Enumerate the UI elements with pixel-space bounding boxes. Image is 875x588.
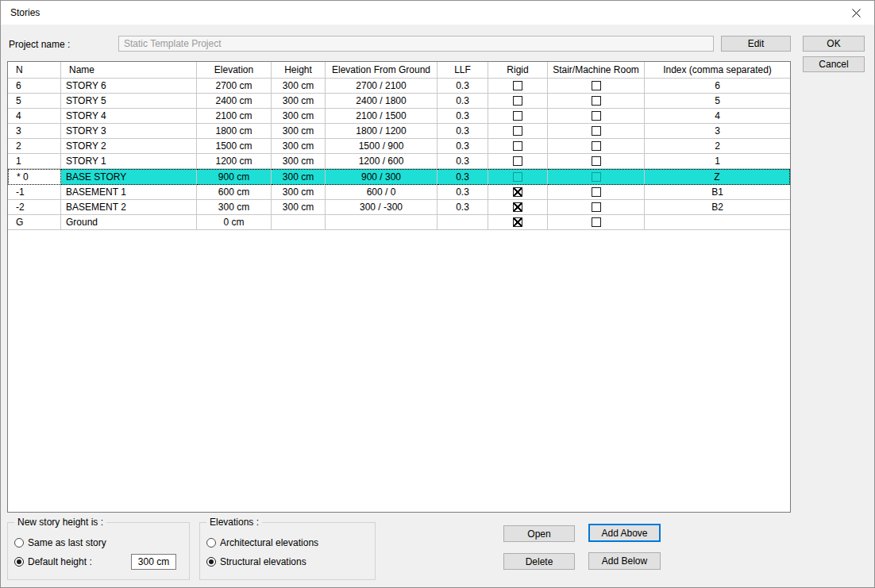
cell-index[interactable]: Z <box>645 169 790 185</box>
cell-height[interactable]: 300 cm <box>272 139 326 154</box>
cell-elevation-from-ground[interactable]: 2400 / 1800 <box>326 94 438 109</box>
radio-icon[interactable] <box>206 557 216 567</box>
cell-elevation[interactable]: 600 cm <box>197 185 272 200</box>
cell-name[interactable]: BASEMENT 2 <box>61 200 197 215</box>
cell-name[interactable]: BASE STORY <box>61 169 197 185</box>
cell-n[interactable]: * 0 <box>8 169 61 185</box>
cell-elevation-from-ground[interactable]: 1800 / 1200 <box>326 124 438 139</box>
delete-button[interactable]: Delete <box>503 553 575 570</box>
cell-llf[interactable]: 0.3 <box>438 124 488 139</box>
cell-elevation-from-ground[interactable]: 600 / 0 <box>326 185 438 200</box>
cell-index[interactable]: 5 <box>645 94 790 109</box>
rigid-checkbox[interactable] <box>513 202 522 212</box>
cell-height[interactable]: 300 cm <box>272 200 326 215</box>
cell-llf[interactable]: 0.3 <box>438 169 488 185</box>
cell-height[interactable]: 300 cm <box>272 154 326 169</box>
cell-llf[interactable]: 0.3 <box>438 139 488 154</box>
table-row[interactable]: 2STORY 21500 cm300 cm1500 / 9000.32 <box>8 139 790 154</box>
edit-button[interactable]: Edit <box>721 36 791 52</box>
rigid-checkbox[interactable] <box>513 81 522 90</box>
rigid-checkbox[interactable] <box>513 126 522 136</box>
ok-button[interactable]: OK <box>803 36 865 52</box>
stair-machine-room-checkbox[interactable] <box>592 156 601 166</box>
cell-index[interactable]: 6 <box>645 79 790 94</box>
cell-llf[interactable]: 0.3 <box>438 200 488 215</box>
cell-n[interactable]: 4 <box>8 109 61 124</box>
cell-index[interactable]: 1 <box>645 154 790 169</box>
cell-index[interactable] <box>645 215 790 230</box>
add-above-button[interactable]: Add Above <box>588 524 661 542</box>
table-row[interactable]: 1STORY 11200 cm300 cm1200 / 6000.31 <box>8 154 790 169</box>
add-below-button[interactable]: Add Below <box>588 552 661 570</box>
stair-machine-room-checkbox[interactable] <box>592 202 601 212</box>
cell-elevation[interactable]: 2100 cm <box>197 109 272 124</box>
table-row[interactable]: 6STORY 62700 cm300 cm2700 / 21000.36 <box>8 79 790 94</box>
stair-machine-room-checkbox[interactable] <box>592 126 601 136</box>
cell-index[interactable]: B2 <box>645 200 790 215</box>
cell-elevation[interactable]: 2400 cm <box>197 94 272 109</box>
cell-index[interactable]: 2 <box>645 139 790 154</box>
cell-elevation-from-ground[interactable]: 1200 / 600 <box>326 154 438 169</box>
cell-elevation[interactable]: 300 cm <box>197 200 272 215</box>
cell-elevation-from-ground[interactable]: 300 / -300 <box>326 200 438 215</box>
stair-machine-room-checkbox[interactable] <box>592 187 601 197</box>
cell-elevation-from-ground[interactable]: 2700 / 2100 <box>326 79 438 94</box>
table-row[interactable]: -1BASEMENT 1600 cm300 cm600 / 00.3B1 <box>8 185 790 200</box>
radio-default-height[interactable]: Default height : <box>14 556 92 567</box>
cell-llf[interactable]: 0.3 <box>438 154 488 169</box>
cell-llf[interactable]: 0.3 <box>438 109 488 124</box>
cell-name[interactable]: STORY 6 <box>61 79 197 94</box>
cell-llf[interactable] <box>438 215 488 230</box>
stair-machine-room-checkbox[interactable] <box>592 141 601 151</box>
cell-index[interactable]: B1 <box>645 185 790 200</box>
stair-machine-room-checkbox[interactable] <box>592 96 601 106</box>
rigid-checkbox[interactable] <box>513 156 522 166</box>
cell-name[interactable]: STORY 2 <box>61 139 197 154</box>
open-button[interactable]: Open <box>503 525 575 542</box>
stair-machine-room-checkbox[interactable] <box>592 111 601 121</box>
rigid-checkbox[interactable] <box>513 172 522 182</box>
cell-height[interactable] <box>272 215 326 230</box>
rigid-checkbox[interactable] <box>513 217 522 227</box>
cell-n[interactable]: -1 <box>8 185 61 200</box>
table-row[interactable]: -2BASEMENT 2300 cm300 cm300 / -3000.3B2 <box>8 200 790 215</box>
close-button[interactable] <box>838 1 874 25</box>
cell-height[interactable]: 300 cm <box>272 124 326 139</box>
table-row[interactable]: 5STORY 52400 cm300 cm2400 / 18000.35 <box>8 94 790 109</box>
cell-name[interactable]: BASEMENT 1 <box>61 185 197 200</box>
cell-name[interactable]: STORY 5 <box>61 94 197 109</box>
rigid-checkbox[interactable] <box>513 187 522 197</box>
rigid-checkbox[interactable] <box>513 141 522 151</box>
cell-elevation[interactable]: 2700 cm <box>197 79 272 94</box>
cell-height[interactable]: 300 cm <box>272 94 326 109</box>
stair-machine-room-checkbox[interactable] <box>592 172 601 182</box>
radio-icon[interactable] <box>14 557 24 567</box>
cell-llf[interactable]: 0.3 <box>438 185 488 200</box>
cell-height[interactable]: 300 cm <box>272 169 326 185</box>
cell-n[interactable]: 3 <box>8 124 61 139</box>
cell-index[interactable]: 3 <box>645 124 790 139</box>
cell-elevation-from-ground[interactable] <box>326 215 438 230</box>
cell-llf[interactable]: 0.3 <box>438 79 488 94</box>
cell-name[interactable]: STORY 3 <box>61 124 197 139</box>
stair-machine-room-checkbox[interactable] <box>592 81 601 90</box>
radio-same-as-last-story[interactable]: Same as last story <box>14 537 106 548</box>
cell-elevation[interactable]: 1200 cm <box>197 154 272 169</box>
cell-height[interactable]: 300 cm <box>272 79 326 94</box>
cell-n[interactable]: G <box>8 215 61 230</box>
cell-n[interactable]: -2 <box>8 200 61 215</box>
table-row[interactable]: 4STORY 42100 cm300 cm2100 / 15000.34 <box>8 109 790 124</box>
default-height-input[interactable] <box>131 554 176 570</box>
radio-architectural-elevations[interactable]: Architectural elevations <box>206 537 318 548</box>
cell-name[interactable]: Ground <box>61 215 197 230</box>
cell-elevation[interactable]: 1800 cm <box>197 124 272 139</box>
cell-n[interactable]: 5 <box>8 94 61 109</box>
rigid-checkbox[interactable] <box>513 96 522 106</box>
table-row[interactable]: GGround0 cm <box>8 215 790 230</box>
cell-name[interactable]: STORY 4 <box>61 109 197 124</box>
radio-structural-elevations[interactable]: Structural elevations <box>206 556 306 567</box>
cell-llf[interactable]: 0.3 <box>438 94 488 109</box>
cell-elevation-from-ground[interactable]: 900 / 300 <box>326 169 438 185</box>
radio-icon[interactable] <box>14 538 24 548</box>
cell-n[interactable]: 2 <box>8 139 61 154</box>
